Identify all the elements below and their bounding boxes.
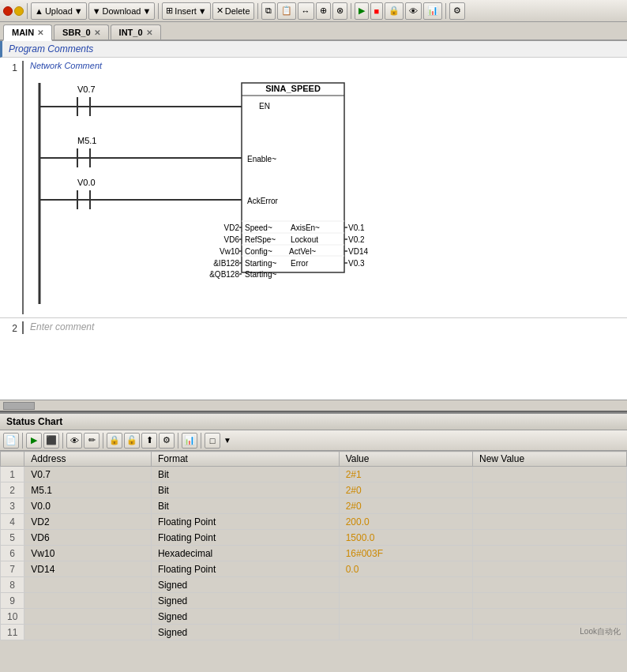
network-2: 2 Enter comment: [0, 317, 627, 337]
svg-text:AxisEn~: AxisEn~: [291, 223, 320, 232]
table-row[interactable]: 4VD2Floating Point200.0: [1, 514, 627, 530]
scrollbar-thumb[interactable]: [3, 402, 35, 410]
sc-upload-button[interactable]: ⬆: [141, 433, 157, 449]
misc-button[interactable]: ⚙: [449, 2, 465, 20]
col-value-header: Value: [339, 452, 472, 467]
col-address-header: Address: [24, 452, 152, 467]
svg-text:V0.1: V0.1: [348, 223, 365, 232]
table-row[interactable]: 5VD6Floating Point1500.0: [1, 530, 627, 546]
download-button[interactable]: ▼ Download ▼: [88, 2, 156, 20]
sc-chart-button[interactable]: 📊: [182, 433, 197, 449]
disconnect-icon: ⊗: [336, 6, 344, 16]
tab-sbr0[interactable]: SBR_0 ✕: [54, 24, 108, 39]
tab-bar: MAIN ✕ SBR_0 ✕ INT_0 ✕: [0, 22, 627, 41]
sc-new-button[interactable]: 📄: [3, 433, 19, 449]
misc-icon: ⚙: [453, 6, 461, 16]
sc-unlock-button[interactable]: 🔓: [124, 433, 140, 449]
network-2-content: Enter comment: [22, 321, 627, 334]
network-1-header: 1 Network Comment V0.7: [0, 58, 627, 317]
minimize-icon[interactable]: [14, 6, 24, 16]
tab-int0[interactable]: INT_0 ✕: [111, 24, 161, 39]
network-1: 1 Network Comment V0.7: [0, 58, 627, 317]
svg-text:V0.2: V0.2: [348, 235, 365, 244]
col-newvalue-header: New Value: [472, 452, 626, 467]
copy-button[interactable]: ⧉: [261, 2, 276, 20]
svg-text:&QB128: &QB128: [209, 270, 239, 279]
table-row[interactable]: 7VD14Floating Point0.0: [1, 561, 627, 577]
svg-rect-19: [242, 83, 344, 272]
paste-button[interactable]: 📋: [277, 2, 296, 20]
sc-misc-button[interactable]: □: [205, 433, 220, 449]
connect-button[interactable]: ⊕: [316, 2, 331, 20]
svg-text:Vw10: Vw10: [220, 247, 239, 256]
status-chart-section: Status Chart 📄 ▶ ⬛ 👁 ✏ 🔒 🔓 ⬆ ⚙ 📊 □ ▼ Add…: [0, 412, 627, 640]
sc-lock-button[interactable]: 🔒: [107, 433, 122, 449]
program-comments-bar: Program Comments: [0, 41, 627, 58]
table-row[interactable]: 2M5.1Bit2#0: [1, 482, 627, 498]
stop-icon: ■: [374, 6, 380, 16]
table-row[interactable]: 1V0.7Bit2#1: [1, 467, 627, 482]
svg-text:Enable~: Enable~: [247, 155, 276, 163]
table-row[interactable]: 9Signed: [1, 593, 627, 609]
table-row[interactable]: 6Vw10Hexadecimal16#003F: [1, 546, 627, 561]
close-icon[interactable]: [3, 6, 13, 16]
table-row[interactable]: 10Signed: [1, 609, 627, 625]
sep2: [158, 3, 159, 19]
sep1: [27, 3, 28, 19]
monitor-icon: 👁: [409, 6, 418, 16]
svg-text:Speed~: Speed~: [245, 223, 272, 232]
chart-icon: 📊: [427, 6, 438, 16]
svg-text:V0.3: V0.3: [348, 259, 365, 268]
sc-sep3: [103, 433, 103, 449]
move-icon: ↔: [302, 6, 310, 16]
status-chart-toolbar: 📄 ▶ ⬛ 👁 ✏ 🔒 🔓 ⬆ ⚙ 📊 □ ▼: [0, 430, 627, 451]
network-1-number: 1: [0, 61, 22, 73]
stop-button[interactable]: ■: [370, 2, 384, 20]
connect-icon: ⊕: [320, 6, 327, 16]
col-format-header: Format: [151, 452, 339, 467]
table-row[interactable]: 8Signed: [1, 577, 627, 593]
network-2-comment-placeholder[interactable]: Enter comment: [30, 321, 94, 332]
sep3: [257, 3, 258, 19]
move-button[interactable]: ↔: [298, 2, 314, 20]
sc-sep4: [178, 433, 178, 449]
table-row[interactable]: 3V0.0Bit2#0: [1, 498, 627, 514]
program-comments-label: Program Comments: [9, 43, 93, 54]
status-chart-title: Status Chart: [0, 412, 627, 430]
svg-text:EN: EN: [259, 102, 270, 111]
disconnect-button[interactable]: ⊗: [332, 2, 347, 20]
monitor-button[interactable]: 👁: [405, 2, 422, 20]
svg-text:RefSpe~: RefSpe~: [245, 235, 276, 244]
sc-run-button[interactable]: ▶: [26, 433, 42, 449]
lock-button[interactable]: 🔒: [385, 2, 404, 20]
table-row[interactable]: 11Signed: [1, 625, 627, 640]
sc-stop-button[interactable]: ⬛: [43, 433, 59, 449]
sc-config-button[interactable]: ⚙: [159, 433, 175, 449]
ladder-diagram: V0.7 M5.1 V0.0: [30, 75, 606, 312]
sc-sep5: [201, 433, 201, 449]
svg-text:ActVel~: ActVel~: [289, 247, 316, 256]
tab-int0-close[interactable]: ✕: [146, 28, 152, 37]
tab-main[interactable]: MAIN ✕: [3, 24, 52, 41]
tab-sbr0-close[interactable]: ✕: [94, 28, 100, 37]
insert-button[interactable]: ⊞ Insert ▼: [162, 2, 210, 20]
svg-text:V0.7: V0.7: [77, 84, 96, 94]
svg-text:&IB128: &IB128: [213, 259, 239, 268]
network-1-content: Network Comment V0.7: [22, 61, 627, 314]
sc-edit-button[interactable]: ✏: [84, 433, 99, 449]
horizontal-scrollbar[interactable]: [0, 400, 627, 411]
download-arrow-icon: ▼: [92, 6, 101, 16]
upload-button[interactable]: ▲ Upload ▼: [31, 2, 87, 20]
tab-main-close[interactable]: ✕: [37, 28, 43, 37]
upload-dropdown-icon: ▼: [74, 6, 83, 16]
svg-text:Config~: Config~: [245, 247, 272, 256]
run-button[interactable]: ▶: [355, 2, 369, 20]
sc-sep1: [22, 433, 23, 449]
insert-icon: ⊞: [166, 6, 173, 16]
sc-monitor-button[interactable]: 👁: [66, 433, 82, 449]
delete-button[interactable]: ✕ Delete: [212, 2, 254, 20]
svg-text:M5.1: M5.1: [77, 136, 96, 145]
chart-button[interactable]: 📊: [423, 2, 442, 20]
editor-area: Program Comments 1 Network Comment: [0, 41, 627, 412]
sc-misc-dropdown[interactable]: ▼: [222, 436, 233, 445]
